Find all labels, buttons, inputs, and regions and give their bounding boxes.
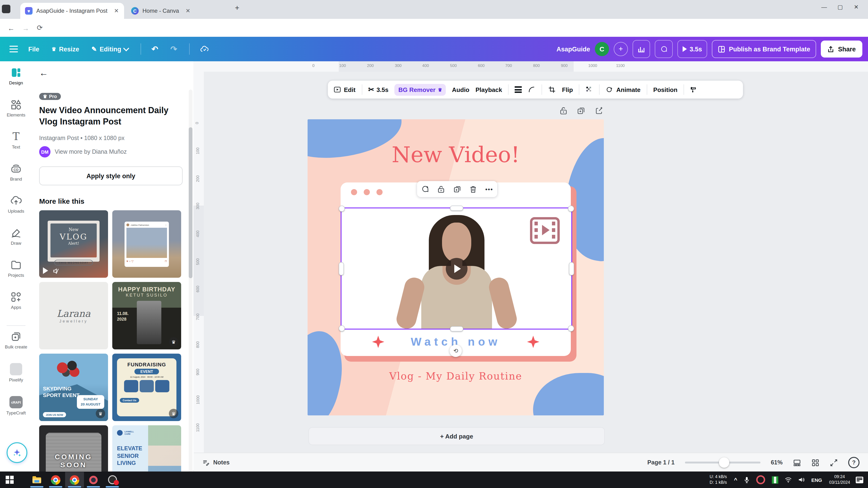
duplicate-icon[interactable] <box>453 185 461 193</box>
app-tray-icon[interactable] <box>772 476 778 484</box>
caption-text[interactable]: Vlog - My Daily Routine <box>308 370 604 382</box>
panel-scrollbar[interactable] <box>189 90 192 486</box>
template-thumb-couple-frame[interactable]: Adeline Palmerston⋮ ♥ ○ ▽⊓ <box>112 210 181 278</box>
selected-video-element[interactable] <box>341 207 572 330</box>
file-explorer-taskbar-icon[interactable] <box>27 472 46 488</box>
chrome-taskbar-icon[interactable] <box>46 472 65 488</box>
pages-view-icon[interactable] <box>793 459 801 466</box>
microphone-icon[interactable] <box>744 477 750 483</box>
sidebar-item-typecraft[interactable]: cRAFt TypeCraft <box>0 396 32 415</box>
zoom-slider-thumb[interactable] <box>719 457 729 468</box>
reload-icon[interactable]: ⟳ <box>37 24 43 32</box>
zoom-slider[interactable] <box>685 462 761 463</box>
template-thumb-skydiving[interactable]: SKYDIVINGSPORT EVENT SUNDAY20 AUGUST JOI… <box>39 354 108 421</box>
comments-button[interactable] <box>655 40 673 58</box>
avatar[interactable]: C <box>595 42 609 56</box>
tab-close-icon[interactable]: ✕ <box>186 7 190 14</box>
tab-home-canva[interactable]: C Home - Canva ✕ <box>126 3 230 19</box>
undo-button[interactable]: ↶ <box>151 44 158 54</box>
apply-style-button[interactable]: Apply style only <box>39 166 183 185</box>
lock-icon[interactable] <box>437 185 445 193</box>
add-member-button[interactable]: + <box>614 42 628 56</box>
template-thumb-fundraising[interactable]: FUNDRAISING EVENT 12 August, 202409:00 -… <box>112 354 181 421</box>
resize-handle-w[interactable] <box>339 262 344 275</box>
resize-handle-sw[interactable] <box>339 325 345 331</box>
position-button[interactable]: Position <box>653 86 678 93</box>
share-button[interactable]: Share <box>821 40 862 58</box>
sidebar-item-projects[interactable]: Projects <box>0 259 32 278</box>
template-thumb-new-vlog[interactable]: New VLOG Alert! THIS WEDNESDAY <box>39 210 108 278</box>
resize-handle-e[interactable] <box>569 262 574 275</box>
minimize-button[interactable]: — <box>816 4 832 10</box>
flip-button[interactable]: Flip <box>562 86 573 93</box>
help-button[interactable]: ? <box>848 457 860 468</box>
creator-byline[interactable]: View more by Diana Muñoz <box>55 149 127 155</box>
speaker-icon[interactable] <box>798 477 805 483</box>
creator-row[interactable]: DM View more by Diana Muñoz <box>39 146 127 158</box>
panel-back-button[interactable]: ← <box>39 68 48 78</box>
add-page-icon[interactable] <box>595 106 603 115</box>
crop-icon[interactable] <box>549 86 556 93</box>
adjust-lines-icon[interactable] <box>515 85 522 94</box>
resize-handle-s[interactable] <box>450 326 463 331</box>
tab-close-icon[interactable]: ✕ <box>114 7 119 14</box>
recorder-taskbar-icon[interactable] <box>84 472 103 488</box>
animate-button[interactable]: Animate <box>606 86 641 93</box>
design-heading-text[interactable]: New Video! <box>308 142 604 167</box>
curve-icon[interactable] <box>528 86 536 93</box>
bg-remover-button[interactable]: BG Remover ♛ <box>395 84 446 96</box>
back-icon[interactable]: ← <box>7 24 14 32</box>
resize-handle-nw[interactable] <box>339 205 345 212</box>
trash-icon[interactable] <box>469 185 477 193</box>
sidebar-item-bulk-create[interactable]: Bulk create <box>0 331 32 349</box>
grid-view-icon[interactable] <box>811 459 819 466</box>
comment-add-icon[interactable] <box>421 185 429 193</box>
notes-button[interactable]: Notes <box>203 459 229 466</box>
start-button[interactable] <box>0 472 19 488</box>
sidebar-item-design[interactable]: Design <box>0 67 32 85</box>
present-button[interactable]: 3.5s <box>677 40 707 58</box>
sidebar-item-text[interactable]: T Text <box>0 131 32 150</box>
resize-handle-ne[interactable] <box>568 205 574 212</box>
scrollbar-thumb[interactable] <box>189 127 192 278</box>
sidebar-item-pixelify[interactable]: Pixelify <box>0 363 32 382</box>
sidebar-item-draw[interactable]: Draw <box>0 227 32 246</box>
resize-menu[interactable]: ♛Resize <box>52 45 79 53</box>
chrome-active-taskbar-icon[interactable] <box>65 472 84 488</box>
zoom-level[interactable]: 61% <box>771 459 783 466</box>
maximize-button[interactable]: ▢ <box>832 4 848 10</box>
magic-assistant-button[interactable] <box>7 442 27 463</box>
edit-button[interactable]: Edit <box>334 86 355 93</box>
clock[interactable]: 09:2403/11/2024 <box>829 475 850 485</box>
editing-menu[interactable]: ✎Editing <box>92 45 128 53</box>
close-button[interactable]: ✕ <box>848 4 864 10</box>
sidebar-item-apps[interactable]: Apps <box>0 291 32 310</box>
add-page-button[interactable]: + Add page <box>309 427 605 445</box>
resize-handle-se[interactable] <box>568 325 574 331</box>
forward-icon[interactable]: → <box>22 24 29 32</box>
audio-button[interactable]: Audio <box>452 86 469 93</box>
template-thumb-birthday[interactable]: HAPPY BIRTHDAY KETUT SUSILO 11.08. 2028 … <box>112 282 181 349</box>
redo-button[interactable]: ↷ <box>170 44 177 54</box>
video-play-button[interactable] <box>445 258 467 280</box>
trim-button[interactable]: ✂ 3.5s <box>368 85 389 94</box>
styles-roller-icon[interactable] <box>690 86 698 93</box>
sidebar-item-brand[interactable]: CO Brand <box>0 163 32 182</box>
duplicate-page-icon[interactable] <box>577 106 585 115</box>
tray-expand-icon[interactable]: ^ <box>734 477 737 483</box>
obs-taskbar-icon[interactable] <box>103 472 122 488</box>
unlock-page-icon[interactable] <box>559 106 567 115</box>
more-options-icon[interactable]: ••• <box>485 186 493 193</box>
sidebar-item-uploads[interactable]: Uploads <box>0 195 32 214</box>
notification-center-icon[interactable] <box>856 477 863 483</box>
resize-handle-n[interactable] <box>450 205 463 211</box>
tab-asapguide[interactable]: ♥ AsapGuide - Instagram Post ✕ <box>20 3 124 19</box>
hamburger-menu-icon[interactable] <box>9 44 18 54</box>
fullscreen-icon[interactable] <box>830 459 838 466</box>
file-menu[interactable]: File <box>28 45 39 53</box>
template-thumb-larana[interactable]: Larana Jewellery <box>39 282 108 349</box>
playback-button[interactable]: Playback <box>475 86 502 93</box>
rotate-handle[interactable]: ⟲ <box>450 345 462 357</box>
insights-button[interactable] <box>632 40 650 58</box>
wifi-icon[interactable] <box>785 477 792 483</box>
